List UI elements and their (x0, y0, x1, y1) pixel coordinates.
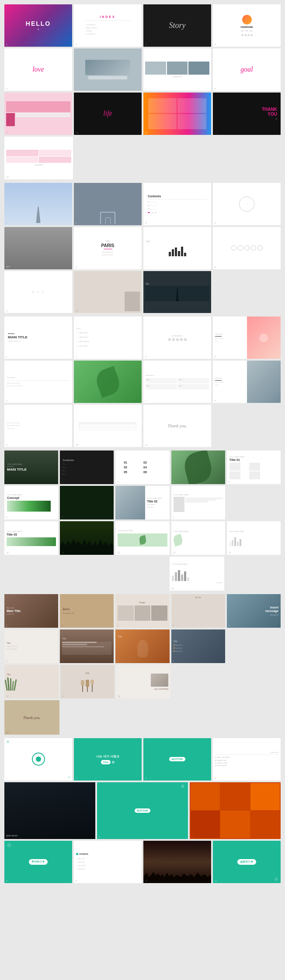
slide-row: Paris 5 Title PARIS description textmore… (4, 227, 281, 269)
slide-photo7: caption text 7 (143, 48, 211, 91)
say-photo (151, 674, 168, 687)
slide-number: 3 (117, 624, 118, 627)
teal-cta-button: Click (101, 760, 115, 764)
travel-grid (148, 98, 206, 129)
slide-number: 11 (62, 551, 64, 554)
slide-earthy-text1: Title body text heremore content 6 (4, 629, 58, 663)
eo-title: Title (118, 635, 122, 638)
slide-index: INDEX — Introduction— Main Content— Deta… (74, 4, 142, 47)
slide-teal-logo: 1 (4, 738, 72, 781)
connect-title: connect (172, 334, 183, 337)
slide-number: 10 (76, 131, 78, 134)
ed-title: Title (174, 640, 177, 643)
title-text-col: TITLE 01 text contenthere (213, 316, 247, 359)
team-overlay: team photo (4, 782, 95, 839)
main-container: HELLO ● 1 INDEX — Introduction— Main Con… (0, 0, 285, 891)
tp6-bars (229, 535, 241, 546)
slide-teal-cta2: BUTTON 6 (97, 782, 188, 839)
say-text: say something (154, 688, 168, 690)
section-dark-nature: TITLE HERE PAGE MAIN TITLE 1 Contents 01… (4, 450, 281, 591)
arch-shape (100, 212, 115, 224)
slide-number: 14 (229, 551, 231, 554)
sunglasses-text-col: TITLE 02 text contenthere (213, 361, 247, 403)
ed-list: item text item text item text (174, 644, 223, 652)
slide-title03: TITLE HERE PAGE Title 03 10 (4, 521, 58, 555)
slide-number: 6 (76, 399, 77, 402)
slide-number: 9 (173, 516, 174, 519)
timeline-circles (231, 245, 263, 251)
slide-number: 11 (145, 444, 148, 446)
t03-image (7, 537, 56, 546)
num-grid: 01 02 03 04 05 06 (124, 461, 161, 474)
slide-minimal-text: description long text contentgoes here a… (4, 361, 72, 403)
slide-number: 11 (145, 309, 148, 312)
teal-cta3-btn: 투자하기 ▶ (29, 859, 48, 865)
slide-row: 9 life 10 (4, 93, 281, 135)
plant1-title: Title (7, 673, 10, 676)
slide-teal-cta: BUTTON 3 (143, 738, 211, 781)
slide-row: HELLO ● 1 INDEX — Introduction— Main Con… (4, 4, 281, 47)
app-header (6, 101, 70, 112)
slide-number: 15 (171, 587, 174, 590)
main-title: MAIN TITLE (8, 335, 28, 339)
circle-main: ○ (239, 196, 254, 212)
slide-number: 8 (215, 266, 216, 268)
slide-number: 6 (76, 87, 77, 90)
dark-main-title: MAIN TITLE (7, 468, 27, 471)
tp5-label: TITLE HERE PAGE (118, 530, 133, 532)
slide-row: TITLE HERE PAGE MAIN TITLE 1 Contents 01… (4, 450, 281, 484)
slide-number: 9 (6, 131, 7, 134)
slide-teal-cta3: 투자하기 ▶ 8 (4, 841, 72, 883)
slide-thankyou-minimal: Thank you. 11 (143, 405, 211, 447)
profile-name: USERNAME (240, 26, 253, 28)
slide-row: team photo 5 BUTTON 6 (4, 782, 281, 839)
slide-number: 6 (76, 266, 77, 268)
index-title: INDEX (100, 15, 115, 18)
slide-love: love 5 (4, 48, 72, 91)
life-title: life (103, 110, 112, 117)
slide-profile: USERNAME 000 · 000 · 000 4 (213, 4, 281, 47)
title-photo-right (247, 316, 281, 359)
slide-insert: Insertmessage description 5 (227, 594, 281, 628)
slide-number: 12 (118, 695, 121, 698)
slide-number: 10 (76, 309, 78, 312)
slide-number: 1 (6, 777, 7, 780)
slide-number: 1 (6, 355, 7, 358)
slide-number: 7 (62, 660, 63, 662)
slide-dark-leaf: TITLE HERE PAGE 13 (171, 521, 225, 555)
slide-number: 10 (6, 551, 9, 554)
slide-number: 8 (215, 87, 216, 90)
slide-number: 13 (6, 731, 9, 734)
eo-person (137, 640, 148, 657)
leaf-shape (93, 366, 123, 398)
slide-dark-bar-chart: TITLE HERE PAGE chart data 15 (170, 557, 224, 591)
slide-paris-photo: Paris 5 (4, 227, 72, 269)
slide-title-page-dark2: TITLE HERE PAGE Title 02 descriptiontext… (115, 486, 169, 519)
circle-text: ○ (240, 197, 254, 211)
dark-eiffel-image (145, 286, 209, 301)
slide-team-dark: team photo 5 (4, 782, 95, 839)
slide-number: 3 (145, 43, 146, 46)
slide-number: 5 (6, 399, 7, 402)
slide-row: TITLE HERE PAGE Concept 6 7 (4, 486, 281, 519)
earthy1-label: Main Title (7, 607, 14, 609)
et1-title: Title (7, 642, 10, 644)
tp5-image (118, 533, 167, 547)
slide-number: 7 (191, 836, 193, 838)
slide-plant1: Title 10 (4, 665, 59, 699)
slide-pink-app: 9 (4, 93, 72, 135)
teal-profile-label: profile info (271, 751, 278, 753)
leaf-bg (74, 361, 142, 403)
team-caption: team photo (7, 834, 17, 837)
bar-chart-bars (169, 245, 186, 256)
min-text-label: description (7, 376, 15, 378)
slide-number: 11 (215, 880, 217, 882)
dark-eiffel-label: Title (145, 282, 149, 285)
slide-arc: 2 (74, 183, 142, 225)
list-items: — item one— item two— item three— item f… (76, 330, 89, 348)
slide-teal-cta4: 설문하기 ▶ 11 (213, 841, 281, 883)
tp6-label: TITLE HERE PAGE (229, 530, 244, 533)
slide-insta: social feed 13 (4, 137, 73, 179)
slide-minimal-table: 10 (74, 405, 142, 447)
eiffel-tower (35, 206, 42, 223)
